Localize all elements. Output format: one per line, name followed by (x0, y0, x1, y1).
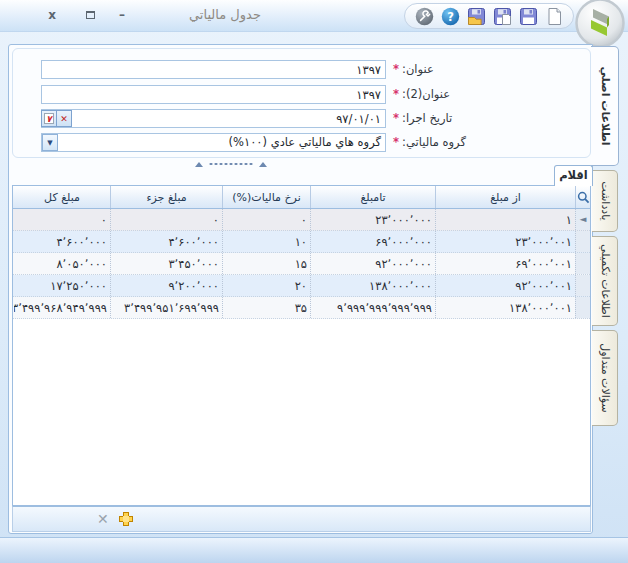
field-row-title: عنوان:* (9, 60, 594, 79)
header-part-amount[interactable]: مبلغ جزء (110, 186, 222, 208)
sepidar-logo (574, 0, 626, 49)
cell-to[interactable]: ۱۳۸٬۰۰۰٬۰۰۰ (310, 275, 435, 296)
cell-rate[interactable]: ۰ (222, 209, 310, 230)
grid-footer: ✕ (12, 506, 591, 532)
save-and-new-icon[interactable] (493, 7, 512, 26)
cell-rate[interactable]: ۲۰ (222, 275, 310, 296)
tools-icon[interactable] (415, 7, 434, 26)
cell-to[interactable]: ۹۲٬۰۰۰٬۰۰۰ (310, 253, 435, 274)
tab-note[interactable]: يادداشت (592, 170, 618, 232)
clear-date-button[interactable]: ✕ (56, 110, 72, 127)
svg-text:?: ? (447, 9, 454, 23)
field-row-exec-date: تاريخ اجرا:* ۷ ✕ (9, 109, 594, 128)
help-icon[interactable]: ? (441, 7, 460, 26)
tab-faq[interactable]: سؤالات متداول (592, 330, 618, 426)
cell-total[interactable]: ۴٬۶۰۰٬۰۰۰ (14, 231, 110, 252)
tax-table-window: { "window": { "title": "جدول مالياتي", "… (0, 0, 628, 563)
tax-group-label: گروه مالياتي:* (393, 135, 585, 149)
tax-brackets-grid: از مبلغ تامبلغ نرخ ماليات(%) مبلغ جزء مب… (12, 185, 591, 506)
table-row[interactable]: ۹۲٬۰۰۰٬۰۰۱ ۱۳۸٬۰۰۰٬۰۰۰ ۲۰ ۹٬۲۰۰٬۰۰۰ ۱۷٬۲… (13, 275, 590, 297)
tab-main-info[interactable]: اطلاعات اصلي (591, 46, 619, 166)
field-row-tax-group: گروه مالياتي:* گروه هاي مالياتي عادي (۱۰… (9, 133, 594, 152)
tax-group-combobox[interactable]: گروه هاي مالياتي عادي (۱۰۰%) (41, 133, 386, 152)
row-indicator (575, 231, 590, 252)
row-indicator (575, 275, 590, 296)
table-row[interactable]: ◄ ۱ ۲۳٬۰۰۰٬۰۰۰ ۰ ۰ ۰ (13, 209, 590, 231)
cell-to[interactable]: ۹٬۹۹۹٬۹۹۹٬۹۹۹٬۹۹۹ (310, 297, 435, 318)
column-filter-button[interactable] (575, 186, 590, 208)
caret-up-icon (195, 162, 203, 167)
cell-part[interactable]: ۹٬۲۰۰٬۰۰۰ (110, 275, 222, 296)
row-indicator (575, 297, 590, 318)
delete-row-button[interactable]: ✕ (97, 511, 109, 528)
new-icon[interactable] (545, 7, 564, 26)
tab-additional-info[interactable]: اطلاعات تكميلي (592, 236, 618, 326)
cell-from[interactable]: ۶۹٬۰۰۰٬۰۰۱ (435, 253, 575, 274)
title2-label: عنوان(2):* (393, 87, 585, 101)
exec-date-input[interactable] (41, 109, 386, 128)
cell-total[interactable]: ۱۷٬۲۵۰٬۰۰۰ (14, 275, 110, 296)
splitter-handle[interactable] (171, 159, 291, 169)
plus-icon (123, 516, 129, 522)
save-and-open-icon[interactable] (467, 7, 486, 26)
cell-total[interactable]: ۳٬۴۹۹٬۹۶۸٬۹۴۹٬۹۹۹ (14, 297, 110, 318)
search-icon (577, 191, 590, 204)
required-asterisk: * (393, 111, 399, 125)
cell-from[interactable]: ۲۳٬۰۰۰٬۰۰۱ (435, 231, 575, 252)
cell-rate[interactable]: ۱۰ (222, 231, 310, 252)
cell-part[interactable]: ۴٬۶۰۰٬۰۰۰ (110, 231, 222, 252)
cell-total[interactable]: ۰ (14, 209, 110, 230)
caret-up-icon (259, 162, 267, 167)
row-indicator (575, 253, 590, 274)
row-arrow-icon: ◄ (580, 215, 587, 224)
maximize-button[interactable] (82, 8, 98, 22)
field-row-title2: عنوان(2):* (9, 85, 594, 104)
cell-rate[interactable]: ۱۵ (222, 253, 310, 274)
chevron-down-icon[interactable]: ▼ (42, 134, 58, 151)
minimize-button[interactable]: – (114, 8, 130, 22)
splitter-dots (208, 162, 254, 166)
status-bar (0, 537, 628, 563)
header-from-amount[interactable]: از مبلغ (435, 186, 575, 208)
header-to-amount[interactable]: تامبلغ (310, 186, 435, 208)
table-row[interactable]: ۱۳۸٬۰۰۰٬۰۰۱ ۹٬۹۹۹٬۹۹۹٬۹۹۹٬۹۹۹ ۳۵ ۳٬۴۹۹٬۹… (13, 297, 590, 319)
save-icon[interactable] (519, 7, 538, 26)
maximize-icon (86, 11, 95, 19)
cell-from[interactable]: ۱۳۸٬۰۰۰٬۰۰۱ (435, 297, 575, 318)
cell-part[interactable]: ۳٬۴۹۹٬۹۵۱٬۶۹۹٬۹۹۹ (110, 297, 222, 318)
table-row[interactable]: ۲۳٬۰۰۰٬۰۰۱ ۶۹٬۰۰۰٬۰۰۰ ۱۰ ۴٬۶۰۰٬۰۰۰ ۴٬۶۰۰… (13, 231, 590, 253)
calendar-icon: ۷ (44, 113, 54, 124)
cell-to[interactable]: ۲۳٬۰۰۰٬۰۰۰ (310, 209, 435, 230)
cell-to[interactable]: ۶۹٬۰۰۰٬۰۰۰ (310, 231, 435, 252)
title2-input[interactable] (41, 85, 386, 104)
cell-rate[interactable]: ۳۵ (222, 297, 310, 318)
title-input[interactable] (41, 60, 386, 79)
form-panel: عنوان:* عنوان(2):* تاريخ اجرا:* ۷ ✕ گروه… (8, 44, 593, 534)
grid-header: از مبلغ تامبلغ نرخ ماليات(%) مبلغ جزء مب… (13, 186, 590, 209)
required-asterisk: * (393, 62, 399, 76)
add-row-button[interactable] (118, 511, 134, 527)
current-row-indicator: ◄ (575, 209, 590, 230)
cell-total[interactable]: ۸٬۰۵۰٬۰۰۰ (14, 253, 110, 274)
cell-part[interactable]: ۰ (110, 209, 222, 230)
date-field-buttons: ۷ ✕ (42, 110, 72, 127)
required-asterisk: * (393, 135, 399, 149)
header-tax-rate[interactable]: نرخ ماليات(%) (222, 186, 310, 208)
close-button[interactable]: x (44, 8, 60, 22)
cell-from[interactable]: ۹۲٬۰۰۰٬۰۰۱ (435, 275, 575, 296)
cell-from[interactable]: ۱ (435, 209, 575, 230)
cell-part[interactable]: ۳٬۴۵۰٬۰۰۰ (110, 253, 222, 274)
exec-date-label: تاريخ اجرا:* (393, 111, 585, 125)
title-label: عنوان:* (393, 62, 585, 76)
titlebar: x – جدول مالياتي ? (0, 0, 628, 32)
window-title: جدول مالياتي (150, 7, 300, 22)
tab-items[interactable]: اقلام (554, 165, 593, 186)
header-total-amount[interactable]: مبلغ كل (14, 186, 110, 208)
calendar-picker-button[interactable]: ۷ (41, 110, 57, 127)
required-asterisk: * (393, 87, 399, 101)
table-row[interactable]: ۶۹٬۰۰۰٬۰۰۱ ۹۲٬۰۰۰٬۰۰۰ ۱۵ ۳٬۴۵۰٬۰۰۰ ۸٬۰۵۰… (13, 253, 590, 275)
toolbar: ? (404, 3, 574, 29)
